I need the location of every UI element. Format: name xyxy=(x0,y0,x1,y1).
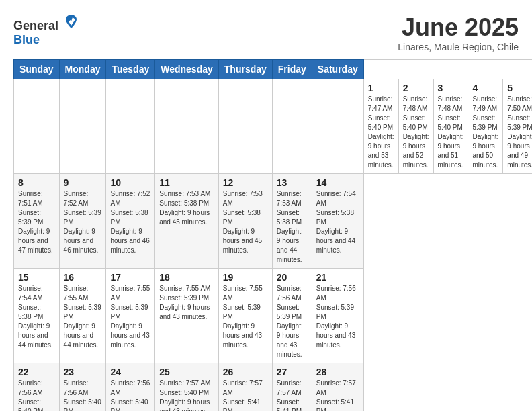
col-monday: Monday xyxy=(59,60,106,79)
daylight-text: Daylight: 9 hours and 44 minutes. xyxy=(64,322,102,350)
sunrise-text: Sunrise: 7:56 AM xyxy=(110,379,150,398)
logo-general: General xyxy=(13,19,58,32)
sunrise-text: Sunrise: 7:55 AM xyxy=(223,284,268,303)
day-info: Sunrise: 7:54 AMSunset: 5:38 PMDaylight:… xyxy=(18,284,55,350)
sunrise-text: Sunrise: 7:53 AM xyxy=(223,189,268,208)
day-info: Sunrise: 7:47 AMSunset: 5:40 PMDaylight:… xyxy=(368,95,394,170)
calendar-body: 1Sunrise: 7:47 AMSunset: 5:40 PMDaylight… xyxy=(14,79,533,412)
table-row: 2Sunrise: 7:48 AMSunset: 5:40 PMDaylight… xyxy=(398,79,433,174)
sunset-text: Sunset: 5:39 PM xyxy=(277,303,308,322)
sunset-text: Sunset: 5:40 PM xyxy=(368,113,394,132)
sunrise-text: Sunrise: 7:55 AM xyxy=(110,284,150,303)
table-row: 9Sunrise: 7:52 AMSunset: 5:39 PMDaylight… xyxy=(59,174,106,269)
sunset-text: Sunset: 5:39 PM xyxy=(64,208,102,227)
title-block: June 2025 Linares, Maule Region, Chile xyxy=(398,13,519,52)
day-number: 18 xyxy=(159,272,214,283)
sunset-text: Sunset: 5:40 PM xyxy=(403,113,429,132)
daylight-text: Daylight: 9 hours and 44 minutes. xyxy=(316,227,359,255)
sunrise-text: Sunrise: 7:56 AM xyxy=(316,284,359,303)
sunset-text: Sunset: 5:40 PM xyxy=(110,398,150,411)
daylight-text: Daylight: 9 hours and 43 minutes. xyxy=(223,322,268,350)
daylight-text: Daylight: 9 hours and 51 minutes. xyxy=(438,132,464,170)
logo-text: General Blue xyxy=(13,13,79,47)
daylight-text: Daylight: 9 hours and 44 minutes. xyxy=(18,322,55,350)
location: Linares, Maule Region, Chile xyxy=(398,42,519,52)
sunrise-text: Sunrise: 7:52 AM xyxy=(64,189,102,208)
sunrise-text: Sunrise: 7:48 AM xyxy=(438,95,464,113)
sunset-text: Sunset: 5:40 PM xyxy=(438,113,464,132)
daylight-text: Daylight: 9 hours and 52 minutes. xyxy=(403,132,429,170)
daylight-text: Daylight: 9 hours and 43 minutes. xyxy=(110,322,150,350)
sunset-text: Sunset: 5:41 PM xyxy=(277,398,308,411)
day-number: 3 xyxy=(438,83,464,93)
logo-blue: Blue xyxy=(13,33,40,46)
sunset-text: Sunset: 5:40 PM xyxy=(159,388,214,398)
day-number: 20 xyxy=(277,272,308,283)
sunrise-text: Sunrise: 7:50 AM xyxy=(507,95,532,113)
day-info: Sunrise: 7:53 AMSunset: 5:38 PMDaylight:… xyxy=(159,189,214,227)
sunset-text: Sunset: 5:38 PM xyxy=(277,208,308,227)
day-info: Sunrise: 7:56 AMSunset: 5:39 PMDaylight:… xyxy=(316,284,359,350)
day-number: 2 xyxy=(403,83,429,93)
col-wednesday: Wednesday xyxy=(155,60,219,79)
table-row: 23Sunrise: 7:56 AMSunset: 5:40 PMDayligh… xyxy=(59,363,106,412)
col-tuesday: Tuesday xyxy=(106,60,155,79)
table-row: 8Sunrise: 7:51 AMSunset: 5:39 PMDaylight… xyxy=(14,174,60,269)
day-number: 12 xyxy=(223,177,268,188)
sunset-text: Sunset: 5:39 PM xyxy=(18,208,55,227)
calendar-week-row: 1Sunrise: 7:47 AMSunset: 5:40 PMDaylight… xyxy=(14,79,533,174)
sunrise-text: Sunrise: 7:49 AM xyxy=(472,95,498,113)
table-row xyxy=(218,79,272,174)
day-number: 22 xyxy=(18,367,55,377)
sunset-text: Sunset: 5:39 PM xyxy=(159,293,214,303)
sunrise-text: Sunrise: 7:54 AM xyxy=(18,284,55,303)
day-number: 21 xyxy=(316,272,359,283)
sunset-text: Sunset: 5:39 PM xyxy=(110,303,150,322)
day-info: Sunrise: 7:55 AMSunset: 5:39 PMDaylight:… xyxy=(223,284,268,350)
col-friday: Friday xyxy=(272,60,312,79)
sunset-text: Sunset: 5:39 PM xyxy=(223,303,268,322)
day-number: 25 xyxy=(159,367,214,377)
sunset-text: Sunset: 5:39 PM xyxy=(472,113,498,132)
table-row xyxy=(155,79,219,174)
day-number: 17 xyxy=(110,272,150,283)
table-row xyxy=(272,79,312,174)
table-row xyxy=(106,79,155,174)
table-row: 11Sunrise: 7:53 AMSunset: 5:38 PMDayligh… xyxy=(155,174,219,269)
day-number: 26 xyxy=(223,367,268,377)
day-info: Sunrise: 7:52 AMSunset: 5:38 PMDaylight:… xyxy=(110,189,150,255)
table-row: 28Sunrise: 7:57 AMSunset: 5:41 PMDayligh… xyxy=(312,363,363,412)
day-number: 23 xyxy=(64,367,102,377)
day-info: Sunrise: 7:50 AMSunset: 5:39 PMDaylight:… xyxy=(507,95,532,170)
table-row: 15Sunrise: 7:54 AMSunset: 5:38 PMDayligh… xyxy=(14,269,60,363)
day-info: Sunrise: 7:55 AMSunset: 5:39 PMDaylight:… xyxy=(110,284,150,350)
calendar-table: Sunday Monday Tuesday Wednesday Thursday… xyxy=(13,59,532,411)
table-row: 22Sunrise: 7:56 AMSunset: 5:40 PMDayligh… xyxy=(14,363,60,412)
table-row xyxy=(14,79,60,174)
sunset-text: Sunset: 5:39 PM xyxy=(316,303,359,322)
day-number: 24 xyxy=(110,367,150,377)
sunrise-text: Sunrise: 7:57 AM xyxy=(159,379,214,388)
day-info: Sunrise: 7:56 AMSunset: 5:40 PMDaylight:… xyxy=(64,379,102,411)
table-row: 13Sunrise: 7:53 AMSunset: 5:38 PMDayligh… xyxy=(272,174,312,269)
day-info: Sunrise: 7:51 AMSunset: 5:39 PMDaylight:… xyxy=(18,189,55,255)
table-row: 26Sunrise: 7:57 AMSunset: 5:41 PMDayligh… xyxy=(218,363,272,412)
daylight-text: Daylight: 9 hours and 43 minutes. xyxy=(277,322,308,359)
calendar-week-row: 22Sunrise: 7:56 AMSunset: 5:40 PMDayligh… xyxy=(14,363,533,412)
table-row: 17Sunrise: 7:55 AMSunset: 5:39 PMDayligh… xyxy=(106,269,155,363)
col-saturday: Saturday xyxy=(312,60,363,79)
table-row: 14Sunrise: 7:54 AMSunset: 5:38 PMDayligh… xyxy=(312,174,363,269)
sunrise-text: Sunrise: 7:47 AM xyxy=(368,95,394,113)
sunrise-text: Sunrise: 7:55 AM xyxy=(159,284,214,293)
sunset-text: Sunset: 5:41 PM xyxy=(223,398,268,411)
daylight-text: Daylight: 9 hours and 50 minutes. xyxy=(472,132,498,170)
table-row: 10Sunrise: 7:52 AMSunset: 5:38 PMDayligh… xyxy=(106,174,155,269)
table-row: 21Sunrise: 7:56 AMSunset: 5:39 PMDayligh… xyxy=(312,269,363,363)
day-number: 8 xyxy=(18,177,55,188)
sunrise-text: Sunrise: 7:56 AM xyxy=(18,379,55,398)
day-info: Sunrise: 7:56 AMSunset: 5:40 PMDaylight:… xyxy=(18,379,55,411)
day-number: 9 xyxy=(64,177,102,188)
day-number: 4 xyxy=(472,83,498,93)
sunrise-text: Sunrise: 7:51 AM xyxy=(18,189,55,208)
day-number: 10 xyxy=(110,177,150,188)
